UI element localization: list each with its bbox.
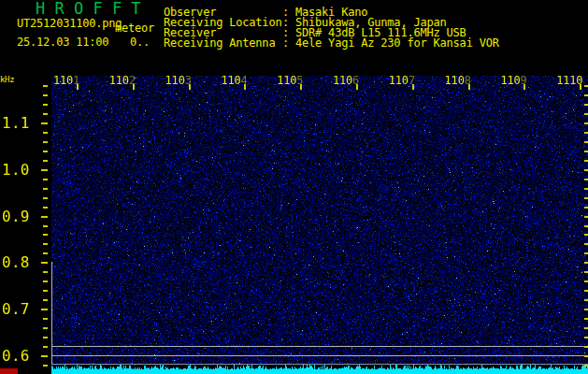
frequency-tick-left bbox=[41, 122, 48, 124]
frequency-tick-right bbox=[584, 169, 588, 171]
station-info-colon: : bbox=[282, 37, 289, 49]
frequency-tick-left bbox=[43, 290, 48, 292]
frequency-tick-right bbox=[584, 113, 588, 115]
station-info-value: 4ele Yagi Az 230 for Kansai VOR bbox=[295, 37, 499, 49]
frequency-tick-left bbox=[43, 243, 48, 245]
frequency-label: 0.8 bbox=[2, 255, 30, 270]
frequency-tick-right bbox=[584, 271, 588, 273]
frequency-tick-right bbox=[584, 309, 588, 310]
frequency-tick-left bbox=[43, 280, 48, 282]
frequency-tick-left bbox=[41, 216, 48, 218]
frequency-tick-left bbox=[43, 160, 48, 162]
frequency-tick-right bbox=[584, 141, 588, 143]
time-tick bbox=[244, 84, 246, 90]
frequency-tick-left bbox=[43, 197, 48, 199]
frequency-tick-left bbox=[43, 141, 48, 143]
time-label: 1107 bbox=[389, 75, 415, 86]
frequency-tick-left bbox=[43, 365, 48, 367]
frequency-label: 0.9 bbox=[2, 209, 30, 224]
datetime-label: 25.12.03 11:00 bbox=[17, 36, 108, 48]
time-tick bbox=[468, 84, 470, 90]
frequency-tick-right bbox=[584, 365, 588, 367]
frequency-tick-right bbox=[584, 216, 588, 218]
time-tick bbox=[133, 84, 135, 90]
spectrogram-noise bbox=[51, 76, 588, 366]
frequency-tick-left bbox=[41, 355, 48, 357]
time-tick bbox=[300, 84, 302, 90]
time-label: 1109 bbox=[500, 75, 526, 86]
frequency-tick-right bbox=[584, 355, 588, 357]
saturation-red-block bbox=[0, 368, 18, 374]
time-tick bbox=[356, 84, 358, 90]
time-tick bbox=[77, 84, 79, 90]
frequency-tick-left bbox=[43, 225, 48, 227]
frequency-tick-right bbox=[584, 122, 588, 124]
frequency-tick-right bbox=[584, 207, 588, 209]
frequency-tick-left bbox=[43, 85, 48, 87]
frequency-tick-right bbox=[584, 225, 588, 227]
station-info-label: Receiving Antenna bbox=[164, 37, 275, 49]
frequency-label: 1.0 bbox=[2, 163, 30, 178]
time-label: 1103 bbox=[165, 75, 192, 86]
frequency-tick-left bbox=[43, 104, 48, 106]
frequency-tick-left bbox=[41, 169, 48, 171]
frequency-label: 0.6 bbox=[2, 349, 30, 364]
frequency-tick-left bbox=[43, 346, 48, 348]
frequency-tick-right bbox=[584, 280, 588, 282]
plot-left-edge-line bbox=[51, 262, 52, 365]
frequency-tick-right bbox=[584, 188, 588, 190]
frequency-tick-left bbox=[41, 262, 48, 264]
frequency-tick-left bbox=[43, 252, 48, 254]
signal-level-strip bbox=[51, 365, 588, 374]
frequency-tick-left bbox=[43, 94, 48, 96]
frequency-tick-left bbox=[43, 271, 48, 273]
time-tick bbox=[412, 84, 414, 90]
frequency-label: 1.1 bbox=[2, 116, 30, 131]
frequency-tick-right bbox=[584, 290, 588, 292]
frequency-tick-right bbox=[584, 179, 588, 180]
frequency-tick-right bbox=[584, 252, 588, 254]
frequency-tick-left bbox=[43, 113, 48, 115]
frequency-tick-right bbox=[584, 327, 588, 329]
time-label: 1101 bbox=[53, 75, 79, 86]
frequency-tick-right bbox=[584, 160, 588, 162]
time-label: 1102 bbox=[109, 75, 136, 86]
frequency-tick-left bbox=[43, 337, 48, 338]
frequency-tick-right bbox=[584, 94, 588, 96]
reference-line-middle bbox=[51, 355, 588, 356]
frequency-tick-left bbox=[43, 188, 48, 190]
frequency-label: 0.7 bbox=[2, 302, 30, 317]
reference-line-upper bbox=[51, 346, 588, 347]
khz-unit-label: kHz bbox=[0, 75, 14, 84]
frequency-tick-right bbox=[584, 132, 588, 134]
frequency-tick-right bbox=[584, 85, 588, 87]
reference-line-lower bbox=[51, 364, 588, 365]
frequency-tick-left bbox=[43, 318, 48, 320]
frequency-tick-left bbox=[41, 309, 48, 310]
frequency-tick-right bbox=[584, 337, 588, 338]
hrofft-screen: H R O F F T UT2512031100.png meteor 25.1… bbox=[0, 0, 588, 374]
frequency-tick-right bbox=[584, 318, 588, 320]
time-label: 1108 bbox=[445, 75, 471, 86]
frequency-tick-right bbox=[584, 197, 588, 199]
time-tick bbox=[523, 84, 525, 90]
time-tick bbox=[580, 84, 581, 90]
frequency-tick-right bbox=[584, 262, 588, 264]
band-name-label: meteor bbox=[115, 22, 154, 34]
frequency-tick-left bbox=[43, 327, 48, 329]
frequency-tick-left bbox=[43, 299, 48, 301]
app-title: H R O F F T bbox=[36, 1, 141, 17]
frequency-tick-left bbox=[43, 207, 48, 209]
file-name-label: UT2512031100.png bbox=[17, 18, 122, 29]
time-label: 1104 bbox=[221, 75, 247, 86]
frequency-tick-right bbox=[584, 346, 588, 348]
frequency-tick-right bbox=[584, 243, 588, 245]
frequency-tick-right bbox=[584, 299, 588, 301]
frequency-tick-right bbox=[584, 151, 588, 152]
time-label: 1106 bbox=[333, 75, 359, 86]
time-label: 1105 bbox=[277, 75, 303, 86]
time-tick bbox=[189, 84, 191, 90]
frequency-tick-left bbox=[43, 132, 48, 134]
frequency-tick-left bbox=[43, 234, 48, 236]
echo-counter: 0.. bbox=[130, 36, 150, 48]
